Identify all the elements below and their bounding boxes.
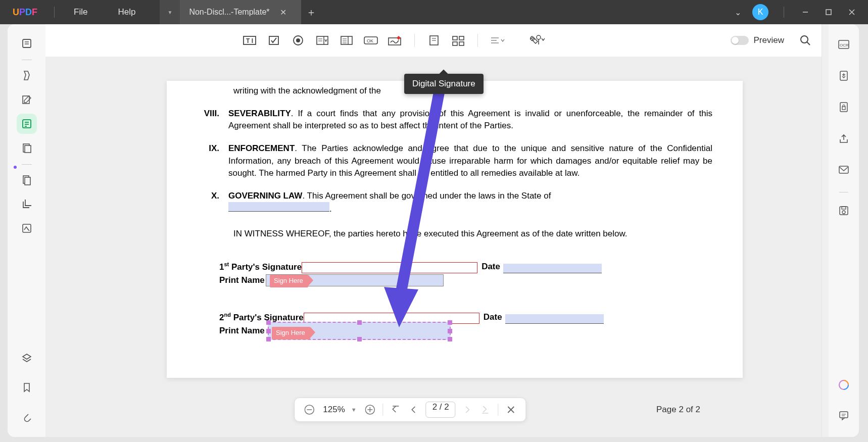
chat-icon[interactable] bbox=[834, 406, 854, 426]
dropdown-icon[interactable] bbox=[310, 31, 334, 50]
next-page-button[interactable] bbox=[461, 402, 476, 417]
menu-file[interactable]: File bbox=[59, 7, 103, 17]
digital-signature-icon[interactable] bbox=[383, 31, 407, 50]
email-icon[interactable] bbox=[834, 160, 854, 180]
bookmark-icon[interactable] bbox=[17, 377, 37, 398]
organize-tool-icon[interactable] bbox=[17, 138, 37, 158]
share-icon[interactable] bbox=[834, 128, 854, 149]
ocr-icon[interactable]: OCR bbox=[834, 34, 854, 55]
convert-icon[interactable] bbox=[834, 66, 854, 86]
rail-separator bbox=[22, 164, 32, 165]
user-avatar[interactable]: K bbox=[752, 4, 768, 20]
tab-list-dropdown[interactable]: ▼ bbox=[160, 0, 180, 24]
page-number-input[interactable]: 2 / 2 bbox=[426, 402, 456, 418]
close-window-button[interactable] bbox=[846, 6, 858, 18]
button-field-icon[interactable]: OK bbox=[359, 31, 383, 50]
date-field-1[interactable] bbox=[503, 264, 602, 273]
crop-tool-icon[interactable] bbox=[17, 194, 37, 214]
ai-assistant-icon[interactable] bbox=[834, 375, 854, 396]
toolbar-separator bbox=[477, 34, 478, 47]
workspace: T I OK Preview Digital Signature bbox=[8, 24, 859, 437]
search-icon[interactable] bbox=[799, 34, 811, 46]
zoom-in-button[interactable] bbox=[363, 402, 378, 417]
save-icon[interactable] bbox=[834, 201, 854, 221]
svg-rect-16 bbox=[23, 224, 31, 232]
preview-label: Preview bbox=[754, 35, 784, 45]
section-number: IX. bbox=[197, 142, 228, 180]
svg-rect-15 bbox=[25, 177, 30, 185]
minimize-button[interactable] bbox=[799, 6, 811, 18]
svg-rect-39 bbox=[453, 42, 457, 45]
watermark-tool-icon[interactable] bbox=[17, 218, 37, 238]
zoom-out-button[interactable] bbox=[302, 402, 317, 417]
date-label: Date bbox=[484, 311, 502, 324]
chevron-down-icon[interactable]: ⌄ bbox=[735, 8, 741, 17]
sign-here-tag: Sign Here bbox=[270, 275, 308, 287]
toolbar-separator bbox=[498, 404, 499, 416]
zoom-dropdown-icon[interactable]: ▼ bbox=[351, 407, 357, 413]
svg-rect-13 bbox=[25, 145, 31, 153]
svg-point-21 bbox=[296, 38, 300, 42]
rail-separator bbox=[839, 192, 848, 192]
close-toolbar-button[interactable] bbox=[504, 402, 519, 417]
form-recognize-icon[interactable] bbox=[422, 31, 446, 50]
separator bbox=[784, 7, 784, 18]
radio-button-icon[interactable] bbox=[286, 31, 310, 50]
rail-separator bbox=[22, 60, 32, 60]
preview-toggle[interactable]: Preview bbox=[731, 35, 784, 45]
svg-rect-38 bbox=[459, 36, 464, 40]
checkbox-icon[interactable] bbox=[262, 31, 286, 50]
print-name-label: Print Name bbox=[219, 325, 265, 337]
svg-text:OCR: OCR bbox=[840, 43, 849, 47]
svg-rect-26 bbox=[341, 36, 352, 44]
app-logo: UPDF bbox=[0, 7, 50, 18]
document-viewport[interactable]: T I OK Preview Digital Signature bbox=[45, 24, 822, 437]
svg-line-47 bbox=[807, 42, 810, 45]
toolbar-separator bbox=[383, 404, 383, 416]
svg-text:OK: OK bbox=[367, 38, 373, 43]
menu-help[interactable]: Help bbox=[103, 7, 151, 17]
page-indicator: Page 2 of 2 bbox=[656, 405, 700, 415]
section-number: X. bbox=[197, 190, 228, 216]
form-tools-icon[interactable] bbox=[524, 31, 549, 50]
first-page-button[interactable] bbox=[389, 402, 404, 417]
toggle-switch[interactable] bbox=[731, 36, 749, 45]
section-body: . This Agreement shall be governed under… bbox=[302, 191, 551, 201]
protect-icon[interactable] bbox=[834, 97, 854, 117]
form-tool-icon[interactable] bbox=[17, 114, 37, 134]
toolbar-separator bbox=[414, 34, 415, 47]
prev-page-button[interactable] bbox=[406, 402, 421, 417]
section-9: IX. ENFORCEMENT. The Parties acknowledge… bbox=[197, 142, 712, 180]
maximize-button[interactable] bbox=[823, 6, 835, 18]
tab-area: ▼ Non-Discl...-Template* ✕ ＋ bbox=[160, 0, 321, 24]
zoom-page-toolbar: 125% ▼ 2 / 2 bbox=[294, 398, 526, 422]
close-tab-icon[interactable]: ✕ bbox=[280, 8, 286, 17]
form-alignment-icon[interactable] bbox=[446, 31, 470, 50]
last-page-button[interactable] bbox=[478, 402, 493, 417]
attachment-icon[interactable] bbox=[17, 407, 37, 427]
date-field-2[interactable] bbox=[505, 314, 604, 324]
signature-field-1[interactable] bbox=[302, 262, 477, 273]
svg-rect-1 bbox=[826, 10, 831, 15]
svg-rect-66 bbox=[840, 412, 848, 418]
text-field-icon[interactable]: T I bbox=[237, 31, 262, 50]
svg-rect-61 bbox=[842, 107, 845, 110]
reader-mode-icon[interactable] bbox=[17, 33, 37, 54]
witness-clause: IN WITNESS WHEREOF, the parties hereto h… bbox=[233, 228, 712, 240]
vertical-scrollbar[interactable] bbox=[822, 24, 829, 437]
align-dropdown-icon[interactable] bbox=[485, 31, 509, 50]
date-label: Date bbox=[481, 261, 500, 273]
active-indicator-dot bbox=[14, 166, 17, 169]
list-box-icon[interactable] bbox=[334, 31, 359, 50]
page-tool-icon[interactable] bbox=[17, 170, 37, 190]
section-title: ENFORCEMENT bbox=[228, 143, 295, 153]
layers-icon[interactable] bbox=[17, 348, 37, 368]
add-tab-button[interactable]: ＋ bbox=[301, 0, 321, 24]
svg-point-46 bbox=[801, 36, 808, 43]
titlebar: UPDF File Help ▼ Non-Discl...-Template* … bbox=[0, 0, 868, 24]
edit-tool-icon[interactable] bbox=[17, 89, 37, 110]
comment-tool-icon[interactable] bbox=[17, 65, 37, 85]
document-tab[interactable]: Non-Discl...-Template* ✕ bbox=[180, 0, 301, 24]
section-10: X. GOVERNING LAW. This Agreement shall b… bbox=[197, 190, 712, 216]
section-number: VIII. bbox=[197, 108, 228, 132]
